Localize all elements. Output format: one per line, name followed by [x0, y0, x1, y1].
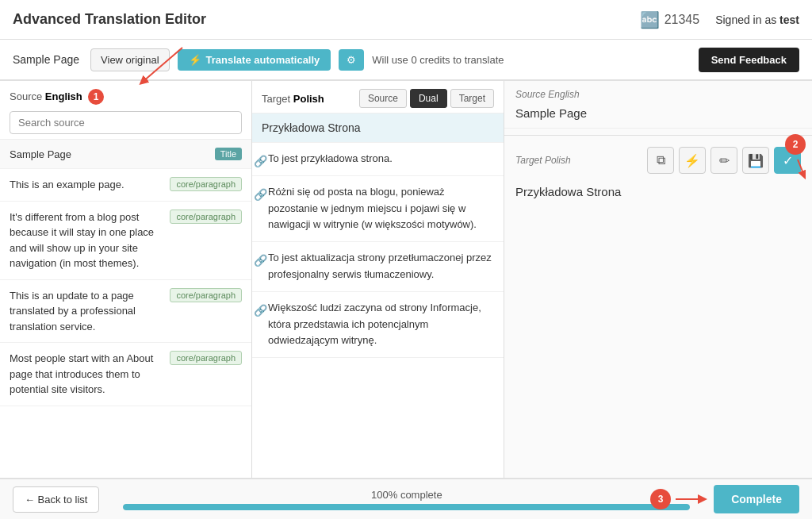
link-icon: 🔗	[254, 152, 267, 170]
translation-panel: Target Polish Source Dual Target Przykła…	[252, 81, 504, 478]
translate-icon: 🔤	[640, 10, 660, 29]
core-badge: core/paragraph	[170, 177, 242, 191]
main-area: Source English 1 Sample Page Title This …	[0, 81, 812, 478]
detail-target-label: Target Polish	[515, 155, 571, 166]
annotation-3: 3	[650, 489, 671, 509]
annotation-3-arrow	[676, 491, 707, 507]
translation-text: Większość ludzi zaczyna od strony Inform…	[268, 302, 481, 347]
progress-bar-track	[123, 504, 690, 510]
detail-target-text: Przykładowa Strona	[504, 177, 812, 206]
credits-info: Will use 0 credits to translate	[372, 54, 690, 66]
detail-source: Source English Sample Page	[504, 81, 812, 129]
signed-in-prefix: Signed in as	[715, 13, 779, 26]
translate-label: Translate automatically	[206, 54, 320, 66]
gear-icon: ⚙	[347, 54, 356, 66]
progress-label: 100% complete	[123, 489, 690, 501]
annotation-2: 2	[785, 134, 806, 155]
detail-source-label: Source English	[515, 89, 801, 100]
translation-list: Przykładowa Strona 🔗 To jest przykładowa…	[252, 113, 504, 478]
source-panel: Source English 1 Sample Page Title This …	[0, 81, 252, 478]
translation-header: Target Polish Source Dual Target	[252, 81, 504, 113]
translation-text: To jest przykładowa strona.	[268, 152, 393, 164]
link-icon: 🔗	[254, 302, 267, 319]
edit-button[interactable]: ✏	[710, 147, 737, 174]
translation-item[interactable]: 🔗 To jest aktualizacja strony przetłumac…	[252, 242, 504, 292]
source-lang-prefix: Source	[10, 90, 42, 102]
detail-target-header: Target Polish 2 ⧉ ⚡ ✏ 💾 ✓	[504, 142, 812, 177]
link-icon: 🔗	[254, 252, 267, 269]
svg-line-0	[798, 160, 804, 175]
project-number: 21345	[665, 13, 700, 27]
detail-source-text: Sample Page	[515, 103, 801, 123]
footer: ← Back to list 100% complete 3 Complete	[0, 478, 812, 519]
signed-in-info: Signed in as test	[715, 13, 799, 26]
badge-container: 🔤 21345	[640, 10, 700, 29]
translate-automatically-button[interactable]: ⚡ Translate automatically	[178, 49, 331, 71]
save-button[interactable]: 💾	[742, 147, 769, 174]
translation-item[interactable]: 🔗 Większość ludzi zaczyna od strony Info…	[252, 292, 504, 358]
source-item-text: This is an update to a page translated b…	[10, 288, 165, 335]
header: Advanced Translation Editor 🔤 21345 Sign…	[0, 0, 812, 40]
complete-button[interactable]: Complete	[714, 485, 799, 513]
tab-source[interactable]: Source	[359, 89, 407, 108]
core-badge: core/paragraph	[170, 351, 242, 365]
source-item-text: It's different from a blog post because …	[10, 210, 165, 271]
translation-item[interactable]: Przykładowa Strona	[252, 113, 504, 143]
page-name: Sample Page	[13, 53, 79, 66]
source-item-text: Most people start with an About page tha…	[10, 351, 165, 398]
app-title: Advanced Translation Editor	[13, 11, 640, 28]
progress-area: 100% complete	[99, 489, 714, 510]
list-item[interactable]: Sample Page Title	[0, 140, 251, 169]
list-item[interactable]: It's different from a blog post because …	[0, 202, 251, 280]
translation-text: Różni się od posta na blogu, ponieważ po…	[268, 186, 477, 231]
divider	[504, 135, 812, 136]
source-list: Sample Page Title This is an example pag…	[0, 140, 251, 478]
toolbar: Sample Page View original ⚡ Translate au…	[0, 40, 812, 81]
view-original-button[interactable]: View original	[90, 48, 169, 71]
annotation-2-arrow	[774, 158, 806, 182]
source-item-text: Sample Page	[10, 148, 71, 160]
target-language: Polish	[293, 93, 324, 105]
detail-panel: Source English Sample Page Target Polish…	[504, 81, 812, 478]
core-badge: core/paragraph	[170, 210, 242, 224]
search-source-input[interactable]	[10, 111, 242, 134]
tab-target[interactable]: Target	[450, 89, 494, 108]
link-icon: 🔗	[254, 186, 267, 203]
back-to-list-button[interactable]: ← Back to list	[13, 486, 99, 513]
source-item-text: This is an example page.	[10, 177, 165, 193]
progress-bar-fill	[123, 504, 690, 510]
source-header: Source English 1	[0, 81, 251, 140]
translation-item[interactable]: 🔗 Różni się od posta na blogu, ponieważ …	[252, 176, 504, 242]
bolt-icon: ⚡	[189, 54, 201, 66]
annotation-1: 1	[88, 89, 104, 105]
signed-in-user: test	[779, 13, 799, 26]
list-item[interactable]: This is an update to a page translated b…	[0, 280, 251, 344]
send-feedback-button[interactable]: Send Feedback	[699, 48, 799, 72]
translation-item[interactable]: 🔗 To jest przykładowa strona.	[252, 143, 504, 176]
copy-button[interactable]: ⧉	[647, 147, 674, 174]
target-prefix: Target	[262, 93, 290, 105]
translate-settings-button[interactable]: ⚙	[339, 49, 364, 71]
list-item[interactable]: This is an example page. core/paragraph	[0, 169, 251, 202]
translation-text: Przykładowa Strona	[262, 121, 361, 134]
translation-text: To jest aktualizacja strony przetłumaczo…	[268, 252, 492, 280]
title-badge: Title	[215, 148, 242, 160]
view-tabs: Source Dual Target	[359, 89, 494, 108]
core-badge: core/paragraph	[170, 288, 242, 302]
auto-translate-button[interactable]: ⚡	[679, 147, 706, 174]
list-item[interactable]: Most people start with an About page tha…	[0, 343, 251, 406]
tab-dual[interactable]: Dual	[410, 89, 447, 108]
source-language: English	[45, 90, 82, 102]
